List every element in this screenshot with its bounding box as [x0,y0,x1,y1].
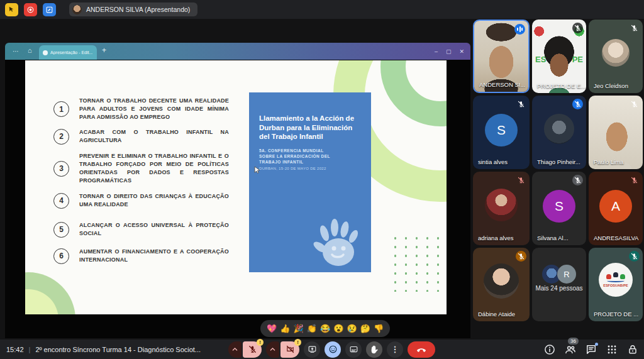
dot-grid-decoration [390,234,443,292]
participant-name: Thiago Pinheir... [537,158,580,165]
participant-name: Dábine Ataide [478,311,515,318]
clock: 15:42 [6,346,24,353]
participant-tile-jeo[interactable]: Jeo Cleidson [589,19,643,93]
audio-speaking-indicator [514,24,525,35]
tab-favicon [43,50,48,55]
avatar [544,114,574,144]
host-controls-lock-icon[interactable] [626,343,639,356]
avatar: A [599,190,632,223]
slide-item: 3PREVENIR E ELIMINAR O TRABALHO INFANTIL… [53,152,230,185]
people-icon[interactable]: 36 [564,343,577,356]
record-icon[interactable] [24,3,37,16]
meeting-title: 2º encontro Síncrono Turma 14 - Diagnóst… [35,346,201,353]
mic-off-icon [572,175,583,185]
participant-tile-silvana[interactable]: S Silvana Al... [532,172,586,245]
mic-toggle-button[interactable]: ! [243,341,262,358]
participant-name: PROJETO DE ... [594,311,638,318]
presentation-slide: 1TORNAR O TRABALHO DECENTE UMA REALIDADE… [25,60,447,314]
reaction-heart[interactable]: 💖 [267,324,277,333]
captions-button[interactable] [345,341,362,358]
participant-tile-more-people[interactable]: R Mais 24 pessoas [532,248,586,321]
reaction-thumbs-up[interactable]: 👍 [280,324,290,333]
end-call-button[interactable] [408,341,435,358]
camera-options-chevron[interactable] [266,341,279,358]
new-tab-button[interactable]: + [102,46,106,55]
avatar [485,189,518,221]
participant-name: Mais 24 pessoas [532,285,586,292]
reaction-thumbs-down[interactable]: 👎 [374,324,384,333]
reaction-surprised[interactable]: 😮 [333,324,343,333]
card-subtitle: 5A. CONFERENCIA MUNDIAL SOBRE LA ERRADIC… [259,148,338,165]
participant-name: adriana alves [478,235,514,241]
reaction-thinking[interactable]: 🤔 [360,324,370,333]
mic-off-icon [629,175,640,185]
participant-tile-paulo[interactable]: Paulo Lima [589,96,643,169]
top-bar: ANDERSON SILVA (Apresentando) [0,0,644,19]
participant-tile-adriana[interactable]: adriana alves [473,172,530,245]
participant-tile-projeto[interactable]: ES PE PROJETO DE E... [532,19,586,93]
meeting-panels: 36 [543,340,639,359]
more-options-button[interactable]: ⋮ [387,341,403,358]
close-button[interactable]: ✕ [459,48,464,55]
home-icon[interactable]: ⌂ [28,47,32,54]
reaction-cry[interactable]: 😢 [347,324,357,333]
logo-letters: ES [535,55,546,64]
reaction-laugh[interactable]: 😂 [320,324,330,333]
browser-menu-icon[interactable]: ⋯ [13,48,19,55]
participant-tile-sintia[interactable]: S sintia alves [473,96,530,169]
participant-tile-andresa[interactable]: A ANDRESASILVA [589,172,643,245]
presenter-pill[interactable]: ANDERSON SILVA (Apresentando) [69,3,197,16]
mic-off-icon [629,23,640,33]
participant-name: ANDRESASILVA [594,235,638,241]
mic-off-icon [516,99,526,109]
participant-name: PROJETO DE E... [537,82,586,89]
avatar: S [543,190,575,223]
participant-tile-anderson[interactable]: ANDERSON SI... [473,19,530,93]
participant-tile-dabine[interactable]: Dábine Ataide [473,248,530,321]
presenter-label: ANDERSON SILVA (Apresentando) [86,6,190,13]
avatar-logo: ESFOSUAB/PE [599,263,633,297]
slide-item: 5ALCANÇAR O ACESSO UNIVERSAL À PROTEÇÃO … [53,221,230,238]
avatar [602,39,630,67]
minimize-button[interactable]: – [435,48,438,55]
mic-off-icon [572,23,583,33]
chat-unread-dot [595,343,598,346]
maximize-button[interactable]: ▢ [446,48,452,55]
activities-grid-icon[interactable] [606,343,618,356]
browser-tab[interactable]: Apresentação - Edit... [39,45,97,60]
overflow-avatars: R [542,265,576,284]
participant-name: sintia alves [478,158,508,165]
mic-off-icon [629,99,640,109]
chat-icon[interactable] [585,343,597,356]
mic-options-chevron[interactable] [228,341,242,358]
shared-browser-bar: ⋯ ⌂ Apresentação - Edit... + – ▢ ✕ [5,43,470,60]
divider: | [29,346,31,353]
durban-call-card: Llamamiento a la Acción de Durban para l… [249,92,371,272]
tab-title: Apresentação - Edit... [50,50,92,55]
participant-name: Jeo Cleidson [594,82,628,89]
info-icon[interactable] [543,343,556,356]
card-date: DURBAN, 15-20 DE MAYO DE 2022 [259,167,362,170]
raise-hand-button[interactable]: ✋ [366,341,382,358]
avatar [484,263,519,299]
participant-tile-thiago[interactable]: Thiago Pinheir... [532,96,586,169]
slide-item: 1TORNAR O TRABALHO DECENTE UMA REALIDADE… [53,97,230,121]
reactions-button[interactable] [325,341,341,358]
camera-warning-badge: ! [294,339,301,346]
annotation-tool-icon[interactable] [5,3,18,16]
present-screen-button[interactable] [304,341,320,358]
participant-name: Paulo Lima [594,158,624,165]
slide-item: 6AUMENTAR O FINANCIAMENTO E A COOPERAÇÃO… [53,248,230,264]
participant-grid: ANDERSON SI... ES PE PROJETO DE E... Jeo… [473,19,644,321]
camera-toggle-button[interactable]: ! [280,341,299,358]
reaction-clap[interactable]: 👏 [307,324,317,333]
reaction-party[interactable]: 🎉 [293,324,303,333]
edit-tool-icon[interactable] [43,3,56,16]
participant-tile-projeto2[interactable]: ESFOSUAB/PE PROJETO DE ... [589,248,643,321]
mic-off-icon [629,251,640,262]
card-title: Llamamiento a la Acción de Durban para l… [259,114,362,141]
shared-content: 1TORNAR O TRABALHO DECENTE UMA REALIDADE… [5,60,470,338]
mouse-cursor [254,166,261,174]
avatar: S [485,114,518,146]
meet-control-bar: 15:42 | 2º encontro Síncrono Turma 14 - … [0,340,644,359]
